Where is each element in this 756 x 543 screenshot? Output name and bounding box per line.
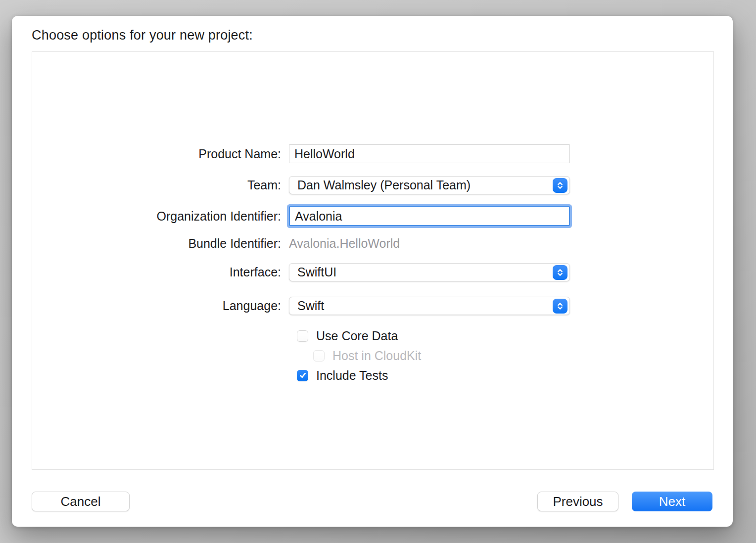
new-project-options-dialog: Choose options for your new project: Pro… (12, 16, 733, 527)
language-row: Language: Swift (32, 297, 713, 315)
use-core-data-label: Use Core Data (316, 329, 398, 343)
cancel-button[interactable]: Cancel (32, 492, 130, 511)
organization-identifier-row: Organization Identifier: (32, 206, 713, 226)
include-tests-checkbox[interactable] (297, 370, 308, 381)
next-button[interactable]: Next (632, 492, 712, 511)
interface-row: Interface: SwiftUI (32, 263, 713, 281)
options-panel: Product Name: Team: Dan Walmsley (Person… (32, 51, 714, 470)
language-label: Language: (32, 299, 289, 313)
product-name-row: Product Name: (32, 144, 713, 163)
organization-identifier-label: Organization Identifier: (32, 209, 289, 224)
interface-label: Interface: (32, 265, 289, 279)
chevron-up-down-icon (553, 299, 567, 314)
bundle-identifier-row: Bundle Identifier: Avalonia.HelloWorld (32, 236, 713, 251)
chevron-up-down-icon (553, 178, 567, 193)
product-name-input[interactable] (289, 144, 570, 163)
bundle-identifier-label: Bundle Identifier: (32, 236, 289, 251)
include-tests-label: Include Tests (316, 368, 388, 383)
product-name-label: Product Name: (32, 147, 289, 161)
interface-dropdown-value: SwiftUI (297, 265, 336, 279)
desktop-backdrop: Choose options for your new project: Pro… (0, 0, 756, 543)
team-dropdown-value: Dan Walmsley (Personal Team) (297, 178, 471, 192)
team-label: Team: (32, 178, 289, 192)
organization-identifier-input[interactable] (289, 206, 570, 226)
host-in-cloudkit-label: Host in CloudKit (332, 349, 421, 363)
dialog-title: Choose options for your new project: (32, 28, 253, 43)
previous-button[interactable]: Previous (537, 492, 618, 511)
use-core-data-checkbox[interactable] (297, 330, 308, 342)
interface-dropdown[interactable]: SwiftUI (289, 263, 570, 281)
host-in-cloudkit-checkbox (313, 350, 325, 362)
use-core-data-row[interactable]: Use Core Data (297, 330, 398, 342)
chevron-up-down-icon (553, 265, 567, 280)
bundle-identifier-value: Avalonia.HelloWorld (289, 236, 400, 250)
include-tests-row[interactable]: Include Tests (297, 369, 388, 381)
language-dropdown[interactable]: Swift (289, 297, 570, 315)
team-row: Team: Dan Walmsley (Personal Team) (32, 176, 713, 194)
language-dropdown-value: Swift (297, 299, 324, 313)
team-dropdown[interactable]: Dan Walmsley (Personal Team) (289, 176, 570, 194)
host-in-cloudkit-row: Host in CloudKit (313, 350, 421, 362)
